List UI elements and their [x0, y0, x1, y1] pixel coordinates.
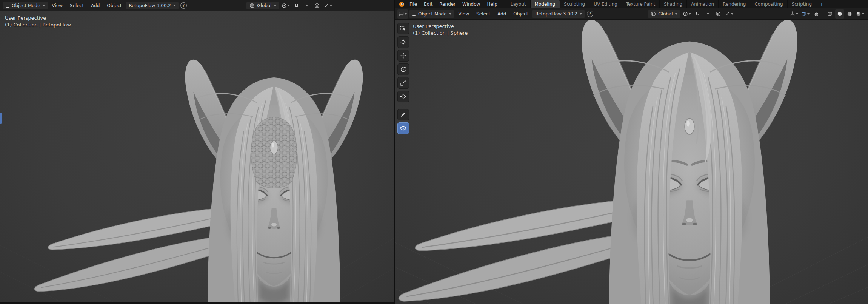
menu-render[interactable]: Render — [436, 1, 459, 8]
proportional-editing-icon — [314, 3, 320, 8]
editor-type-dropdown[interactable] — [397, 9, 408, 19]
box-select-icon — [400, 25, 406, 32]
chevron-down-icon — [449, 13, 451, 15]
menu-object[interactable]: Object — [104, 2, 125, 9]
orientation-dropdown[interactable]: Global — [246, 2, 279, 9]
retopoflow-dropdown[interactable]: RetopoFlow 3.00.2 — [126, 2, 179, 9]
workspace-tab-layout[interactable]: Layout — [506, 0, 531, 8]
right-viewport-header: Object Mode View Select Add Object Retop… — [395, 8, 868, 20]
shading-material-button[interactable] — [845, 9, 854, 19]
proportional-editing-icon — [716, 11, 721, 17]
menu-edit[interactable]: Edit — [421, 1, 436, 8]
retopoflow-dropdown[interactable]: RetopoFlow 3.00.2 — [532, 10, 585, 18]
editor-divider[interactable] — [0, 302, 394, 304]
help-button[interactable]: ? — [180, 2, 187, 9]
snap-settings-dropdown[interactable] — [703, 9, 713, 19]
overlays-dropdown[interactable] — [800, 9, 811, 19]
help-button[interactable]: ? — [587, 11, 593, 17]
annotate-tool[interactable] — [397, 109, 409, 120]
move-icon — [400, 52, 406, 59]
workspace-tab-animation[interactable]: Animation — [687, 0, 719, 8]
workspace-tab-modeling[interactable]: Modeling — [531, 0, 560, 8]
orientation-label: Global — [257, 3, 271, 8]
chevron-down-icon — [405, 13, 407, 15]
xray-toggle[interactable] — [811, 9, 820, 19]
scale-tool[interactable] — [397, 77, 409, 89]
object-mode-icon — [412, 12, 416, 16]
viewport-display-controls — [789, 9, 865, 19]
menu-help[interactable]: Help — [484, 1, 500, 8]
scale-icon — [400, 80, 406, 86]
pivot-point-icon — [282, 3, 287, 8]
chevron-down-icon — [43, 5, 45, 6]
transform-icon — [400, 93, 406, 100]
menu-select[interactable]: Select — [473, 11, 493, 17]
menu-add[interactable]: Add — [88, 2, 103, 9]
workspace-tab-uv-editing[interactable]: UV Editing — [589, 0, 622, 8]
3d-viewport-canvas-right[interactable]: User Perspective (1) Collection | Sphere — [395, 20, 868, 304]
menu-view[interactable]: View — [49, 2, 66, 9]
chevron-down-icon — [306, 5, 308, 6]
snap-toggle[interactable] — [292, 1, 301, 10]
active-tool-edge[interactable] — [0, 113, 2, 124]
transform-tool[interactable] — [397, 91, 409, 102]
left-viewport-header: Object Mode View Select Add Object Retop… — [0, 0, 394, 11]
gizmo-icon — [790, 11, 795, 17]
workspace-tab-compositing[interactable]: Compositing — [750, 0, 787, 8]
snap-toggle[interactable] — [693, 9, 702, 19]
chevron-down-icon — [807, 13, 810, 15]
blender-app: Object Mode View Select Add Object Retop… — [0, 0, 868, 304]
workspace-tab-texture-paint[interactable]: Texture Paint — [622, 0, 660, 8]
3d-cursor-icon — [400, 39, 406, 45]
wireframe-shading-icon — [827, 11, 833, 17]
pivot-dropdown[interactable] — [682, 9, 692, 19]
rotate-tool[interactable] — [397, 63, 409, 75]
topbar: File Edit Render Window Help Layout Mode… — [395, 0, 868, 8]
gizmo-dropdown[interactable] — [789, 9, 799, 19]
workspace-tab-sculpting[interactable]: Sculpting — [560, 0, 589, 8]
tool-shelf — [397, 23, 409, 134]
mode-dropdown[interactable]: Object Mode — [409, 10, 454, 18]
rotate-icon — [400, 66, 406, 73]
mode-label: Object Mode — [12, 3, 40, 8]
3d-viewport-canvas-left[interactable]: User Perspective (1) Collection | Retopo… — [0, 11, 394, 302]
chevron-down-icon — [330, 5, 332, 6]
retopoflow-label: RetopoFlow 3.00.2 — [129, 3, 171, 8]
orientation-dropdown[interactable]: Global — [648, 10, 680, 18]
chevron-down-icon — [862, 13, 864, 15]
menu-object[interactable]: Object — [510, 11, 531, 17]
pencil-icon — [400, 111, 406, 118]
3d-scene-sphere — [395, 20, 868, 304]
mode-dropdown[interactable]: Object Mode — [3, 2, 48, 9]
move-tool[interactable] — [397, 50, 409, 62]
retopoflow-tool[interactable] — [397, 122, 409, 134]
box-select-tool[interactable] — [397, 23, 409, 34]
falloff-dropdown[interactable] — [323, 1, 333, 10]
workspace-tab-scripting[interactable]: Scripting — [788, 0, 816, 8]
chevron-down-icon — [580, 13, 582, 15]
solid-shading-icon — [837, 11, 842, 17]
menu-file[interactable]: File — [406, 1, 420, 8]
proportional-toggle[interactable] — [312, 1, 322, 10]
retopoflow-icon — [400, 125, 406, 131]
app-menu-button[interactable] — [398, 0, 406, 9]
workspace-tab-rendering[interactable]: Rendering — [719, 0, 750, 8]
shading-rendered-button[interactable] — [855, 9, 865, 19]
pivot-dropdown[interactable] — [280, 1, 291, 10]
falloff-dropdown[interactable] — [724, 9, 734, 19]
menu-select[interactable]: Select — [67, 2, 87, 9]
shading-solid-button[interactable] — [835, 9, 844, 19]
proportional-toggle[interactable] — [714, 9, 723, 19]
workspace-tab-shading[interactable]: Shading — [660, 0, 687, 8]
mode-label: Object Mode — [418, 11, 447, 17]
cursor-tool[interactable] — [397, 36, 409, 48]
menu-add[interactable]: Add — [494, 11, 509, 17]
divider — [823, 11, 823, 17]
shading-wireframe-button[interactable] — [825, 9, 834, 19]
snap-settings-dropdown[interactable] — [302, 1, 311, 10]
right-pane: File Edit Render Window Help Layout Mode… — [394, 0, 868, 304]
menu-view[interactable]: View — [456, 11, 472, 17]
menu-window[interactable]: Window — [459, 1, 483, 8]
rendered-shading-icon — [856, 11, 861, 17]
add-workspace-button[interactable]: + — [816, 0, 827, 8]
